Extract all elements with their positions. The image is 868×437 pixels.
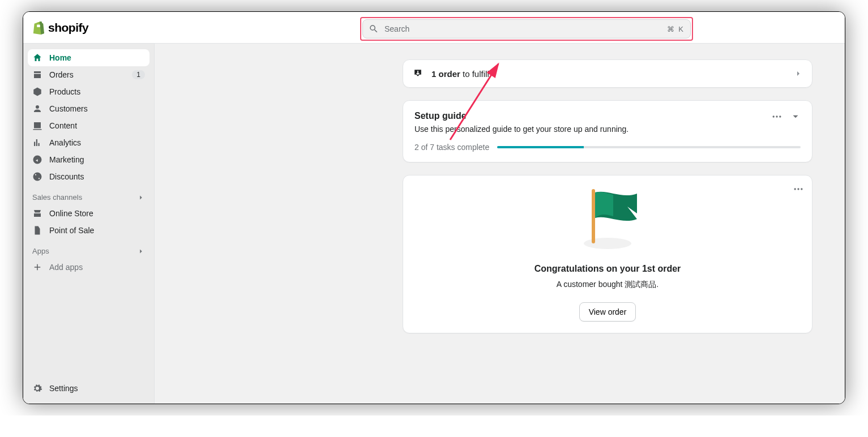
marketing-icon bbox=[32, 155, 42, 165]
sidebar-item-label: Discounts bbox=[49, 172, 145, 181]
sidebar-item-label: Add apps bbox=[49, 263, 145, 272]
svg-point-2 bbox=[773, 115, 775, 117]
sidebar-item-label: Home bbox=[49, 53, 145, 62]
svg-rect-9 bbox=[592, 189, 595, 243]
chevron-right-icon bbox=[794, 69, 803, 78]
gear-icon bbox=[32, 383, 42, 393]
sidebar-item-label: Orders bbox=[49, 70, 125, 79]
content-icon bbox=[32, 121, 42, 131]
flag-illustration bbox=[574, 188, 642, 252]
progress-text: 2 of 7 tasks complete bbox=[414, 143, 489, 152]
sidebar-item-online-store[interactable]: Online Store bbox=[28, 205, 149, 222]
home-icon bbox=[32, 53, 42, 63]
customers-icon bbox=[32, 104, 42, 114]
congrats-title: Congratulations on your 1st order bbox=[535, 264, 681, 274]
search-placeholder: Search bbox=[384, 24, 667, 33]
chevron-right-icon bbox=[137, 194, 145, 202]
sidebar-item-point-of-sale[interactable]: Point of Sale bbox=[28, 222, 149, 239]
sidebar-item-label: Customers bbox=[49, 104, 145, 113]
sidebar-item-customers[interactable]: Customers bbox=[28, 100, 149, 117]
search-highlight-annotation: Search ⌘ K bbox=[360, 17, 693, 41]
sidebar-item-label: Settings bbox=[49, 384, 145, 393]
sidebar-item-settings[interactable]: Settings bbox=[28, 380, 149, 397]
sales-channels-header[interactable]: Sales channels bbox=[23, 185, 154, 205]
view-order-button[interactable]: View order bbox=[579, 302, 636, 322]
topbar: shopify Search ⌘ K bbox=[23, 12, 845, 44]
svg-point-8 bbox=[584, 238, 631, 249]
sidebar-item-label: Analytics bbox=[49, 138, 145, 147]
search-input[interactable]: Search ⌘ K bbox=[362, 19, 691, 38]
sidebar-item-label: Products bbox=[49, 87, 145, 96]
discounts-icon bbox=[32, 172, 42, 182]
search-icon bbox=[369, 24, 379, 34]
more-icon[interactable] bbox=[793, 183, 804, 195]
sidebar-item-marketing[interactable]: Marketing bbox=[28, 151, 149, 168]
orders-icon bbox=[32, 70, 42, 80]
svg-point-7 bbox=[801, 188, 802, 190]
products-icon bbox=[32, 87, 42, 97]
sidebar-item-products[interactable]: Products bbox=[28, 83, 149, 100]
sidebar-item-orders[interactable]: Orders 1 bbox=[28, 66, 149, 83]
svg-point-4 bbox=[779, 115, 781, 117]
chevron-down-icon[interactable] bbox=[790, 112, 801, 122]
brand-name: shopify bbox=[48, 21, 88, 35]
store-icon bbox=[32, 208, 42, 218]
plus-icon bbox=[32, 262, 42, 272]
pos-icon bbox=[32, 225, 42, 235]
svg-rect-0 bbox=[37, 24, 40, 27]
sidebar-item-label: Content bbox=[49, 121, 145, 130]
sidebar: Home Orders 1 Products Customers C bbox=[23, 44, 155, 404]
brand-logo[interactable]: shopify bbox=[32, 21, 88, 35]
main-content: 1 order to fulfill Setup guide Use this … bbox=[155, 44, 845, 404]
sidebar-item-label: Online Store bbox=[49, 209, 145, 218]
congrats-card: Congratulations on your 1st order A cust… bbox=[403, 175, 813, 333]
section-label: Sales channels bbox=[32, 193, 82, 202]
shopify-bag-icon bbox=[32, 21, 45, 35]
fulfill-card[interactable]: 1 order to fulfill bbox=[403, 59, 813, 88]
sidebar-item-content[interactable]: Content bbox=[28, 117, 149, 134]
apps-header[interactable]: Apps bbox=[23, 239, 154, 259]
sidebar-item-add-apps[interactable]: Add apps bbox=[28, 259, 149, 276]
sidebar-item-label: Marketing bbox=[49, 155, 145, 164]
more-icon[interactable] bbox=[771, 111, 783, 122]
setup-title: Setup guide bbox=[414, 111, 628, 121]
sidebar-item-discounts[interactable]: Discounts bbox=[28, 168, 149, 185]
section-label: Apps bbox=[32, 247, 49, 255]
congrats-subtitle: A customer bought 測試商品. bbox=[557, 280, 659, 290]
svg-point-3 bbox=[776, 115, 777, 117]
orders-badge: 1 bbox=[132, 70, 145, 79]
setup-subtitle: Use this personalized guide to get your … bbox=[414, 125, 628, 134]
inbox-icon bbox=[412, 68, 424, 79]
svg-point-6 bbox=[797, 188, 799, 190]
sidebar-item-label: Point of Sale bbox=[49, 226, 145, 235]
sidebar-item-analytics[interactable]: Analytics bbox=[28, 134, 149, 151]
sidebar-item-home[interactable]: Home bbox=[28, 49, 149, 66]
chevron-right-icon bbox=[137, 247, 145, 255]
setup-guide-card: Setup guide Use this personalized guide … bbox=[403, 100, 813, 162]
search-shortcut: ⌘ K bbox=[667, 25, 685, 33]
analytics-icon bbox=[32, 138, 42, 148]
fulfill-text: 1 order to fulfill bbox=[431, 69, 786, 79]
svg-point-5 bbox=[794, 188, 796, 190]
progress-bar bbox=[497, 146, 801, 148]
